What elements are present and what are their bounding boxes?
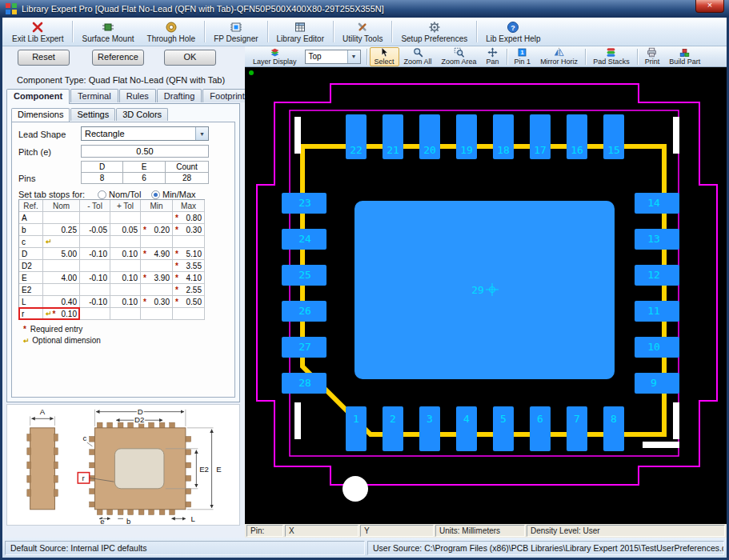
dim-min-d2[interactable] (141, 260, 173, 272)
dim-max-l[interactable]: *0.50 (173, 296, 205, 308)
pitch-input[interactable]: 0.50 (81, 145, 209, 158)
radio-min-max[interactable] (151, 190, 160, 199)
fp-designer-button[interactable]: FP Designer (207, 18, 264, 45)
side-view-body (30, 428, 55, 510)
utility-tools-button[interactable]: Utility Tools (336, 18, 389, 45)
pins-count-value[interactable]: 28 (166, 172, 209, 184)
dim-tol-minus-r[interactable] (80, 308, 110, 320)
origin-marker-dot (249, 70, 254, 75)
library-editor-button[interactable]: Library Editor (270, 18, 330, 45)
lib-expert-help-button[interactable]: ?Lib Expert Help (479, 18, 547, 45)
pin-1-button[interactable]: 1Pin 1 (510, 47, 536, 66)
dim-nom-l[interactable]: 0.40 (43, 296, 80, 308)
dim-max-r[interactable] (173, 308, 205, 320)
dim-max-a[interactable]: *0.80 (173, 212, 205, 224)
select-button[interactable]: Select (370, 47, 399, 66)
dim-max-c[interactable] (173, 236, 205, 248)
dim-nom-c[interactable]: ↵ (43, 236, 80, 248)
chevron-down-icon[interactable]: ▼ (347, 50, 360, 63)
dim-min-l[interactable]: *0.30 (141, 296, 173, 308)
pad-number: 20 (423, 144, 436, 156)
dim-min-d[interactable]: *4.90 (141, 248, 173, 260)
dim-ref-l: L (19, 296, 43, 308)
dim-nom-d2[interactable] (43, 260, 80, 272)
tab-terminal[interactable]: Terminal (70, 89, 118, 102)
tab-rules[interactable]: Rules (119, 89, 156, 102)
pan-button[interactable]: Pan (482, 47, 504, 66)
dim-tol-minus-a[interactable] (80, 212, 110, 224)
dim-nom-e2[interactable] (43, 284, 80, 296)
dim-tol-minus-d2[interactable] (80, 260, 110, 272)
build-part-button[interactable]: Build Part (664, 47, 705, 66)
dim-max-d2[interactable]: *3.55 (173, 260, 205, 272)
dim-nom-a[interactable] (43, 212, 80, 224)
dim-tol-plus-e2[interactable] (110, 284, 141, 296)
dim-min-e[interactable]: *3.90 (141, 272, 173, 284)
dim-tol-plus-a[interactable] (110, 212, 141, 224)
zoom-area-button[interactable]: Zoom Area (437, 47, 482, 66)
dim-min-b[interactable]: *0.20 (141, 224, 173, 236)
reset-button[interactable]: Reset (18, 50, 70, 66)
dim-min-a[interactable] (141, 212, 173, 224)
close-button[interactable]: × (695, 0, 724, 13)
dim-tol-plus-b[interactable]: 0.05 (110, 224, 141, 236)
dim-max-b[interactable]: *0.30 (173, 224, 205, 236)
layer-view-select[interactable]: Top▼ (305, 50, 361, 64)
subtab-settings[interactable]: Settings (70, 108, 115, 121)
dim-nom-e[interactable]: 4.00 (43, 272, 80, 284)
pad-29[interactable] (354, 201, 615, 379)
dim-max-e2[interactable]: *2.55 (173, 284, 205, 296)
zoom-all-icon (413, 47, 423, 58)
dim-min-c[interactable] (141, 236, 173, 248)
dim-nom-r[interactable]: ↵*0.10 (43, 308, 80, 320)
user-source: User Source: C:\Program Files (x86)\PCB … (367, 541, 724, 555)
through-hole-button[interactable]: Through Hole (141, 18, 202, 45)
dim-tol-minus-e[interactable]: -0.10 (80, 272, 110, 284)
exit-lib-expert-button[interactable]: Exit Lib Expert (6, 18, 70, 45)
tab-drafting[interactable]: Drafting (157, 89, 202, 102)
reference-button[interactable]: Reference (92, 50, 144, 66)
pad-9[interactable] (635, 373, 679, 394)
dim-header-ref: Ref. (19, 200, 43, 212)
dim-nom-b[interactable]: 0.25 (43, 224, 80, 236)
mirror-horiz-button[interactable]: Mirror Horiz (535, 47, 583, 66)
pins-e-value[interactable]: 6 (123, 172, 166, 184)
dim-nom-d[interactable]: 5.00 (43, 248, 80, 260)
print-button[interactable]: Print (640, 47, 665, 66)
required-marker-icon: * (143, 250, 146, 258)
pad-stacks-button[interactable]: Pad Stacks (588, 47, 635, 66)
status-bar: Default Source: Internal IPC defaults Us… (2, 538, 727, 558)
dim-tol-plus-c[interactable] (110, 236, 141, 248)
dim-tol-minus-l[interactable]: -0.10 (80, 296, 110, 308)
radio-nom-tol-label: Nom/Tol (109, 190, 141, 199)
dim-tol-plus-l[interactable]: 0.10 (110, 296, 141, 308)
pad-number: 12 (647, 269, 660, 281)
dim-tol-plus-d[interactable]: 0.10 (110, 248, 141, 260)
dim-tol-plus-d2[interactable] (110, 260, 141, 272)
subtab-3d-colors[interactable]: 3D Colors (116, 108, 168, 121)
dim-tol-minus-b[interactable]: -0.05 (80, 224, 110, 236)
surface-mount-button[interactable]: Surface Mount (75, 18, 140, 45)
dim-tol-plus-e[interactable]: 0.10 (110, 272, 141, 284)
dim-tol-minus-c[interactable] (80, 236, 110, 248)
dim-min-e2[interactable] (141, 284, 173, 296)
subtab-dimensions[interactable]: Dimensions (11, 108, 70, 122)
setup-preferences-button[interactable]: Setup Preferences (395, 18, 474, 45)
lead-shape-select[interactable]: Rectangle ▼ (81, 126, 209, 141)
dim-max-e[interactable]: *4.10 (173, 272, 205, 284)
dim-max-d[interactable]: *5.10 (173, 248, 205, 260)
dim-tol-minus-e2[interactable] (80, 284, 110, 296)
mirror-horiz-label: Mirror Horiz (540, 58, 578, 66)
dim-tol-plus-r[interactable] (110, 308, 141, 320)
zoom-all-button[interactable]: Zoom All (399, 47, 437, 66)
optional-marker-icon: ↵ (46, 310, 52, 318)
chevron-down-icon[interactable]: ▼ (195, 127, 208, 140)
radio-nom-tol[interactable] (98, 190, 106, 199)
tab-component[interactable]: Component (6, 89, 70, 104)
layer-display-button[interactable]: Layer Display (248, 47, 302, 66)
pins-d-value[interactable]: 8 (81, 172, 123, 184)
dim-tol-minus-d[interactable]: -0.10 (80, 248, 110, 260)
dim-min-r[interactable] (141, 308, 173, 320)
ok-button[interactable]: OK (164, 50, 216, 66)
footprint-canvas[interactable]: 2212122031941851761671582314241325122611… (245, 67, 727, 524)
